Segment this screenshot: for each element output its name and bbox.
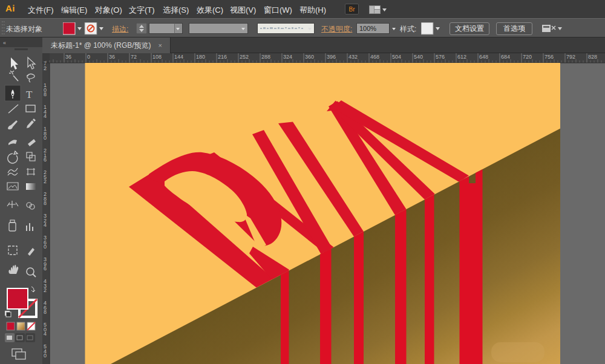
svg-text:72: 72 (44, 60, 47, 71)
svg-text:648: 648 (479, 54, 488, 60)
svg-text:828: 828 (588, 54, 597, 60)
svg-text:144: 144 (174, 54, 183, 60)
svg-text:108: 108 (44, 82, 47, 97)
svg-text:792: 792 (566, 54, 575, 60)
svg-text:108: 108 (152, 54, 162, 60)
svg-text:468: 468 (44, 300, 47, 315)
svg-text:468: 468 (370, 54, 379, 60)
svg-text:324: 324 (283, 54, 292, 60)
svg-text:72: 72 (131, 54, 137, 60)
svg-text:684: 684 (501, 54, 510, 60)
svg-text:T: T (26, 89, 33, 100)
svg-text:«: « (3, 40, 6, 46)
svg-text:252: 252 (44, 169, 47, 184)
svg-text:36: 36 (109, 54, 115, 60)
svg-text:288: 288 (44, 191, 47, 206)
svg-text:432: 432 (348, 54, 358, 60)
svg-text:36: 36 (65, 54, 71, 60)
svg-text:540: 540 (44, 343, 47, 359)
svg-text:576: 576 (436, 54, 445, 60)
svg-text:324: 324 (44, 213, 47, 228)
svg-text:396: 396 (44, 256, 47, 271)
svg-text:756: 756 (544, 54, 554, 60)
svg-text:540: 540 (414, 54, 423, 60)
svg-text:612: 612 (457, 54, 466, 60)
svg-text:180: 180 (196, 54, 205, 60)
svg-text:288: 288 (261, 54, 270, 60)
svg-text:0: 0 (87, 54, 90, 60)
svg-text:504: 504 (44, 322, 47, 337)
svg-text:252: 252 (240, 54, 249, 60)
svg-text:180: 180 (44, 126, 47, 141)
svg-text:216: 216 (218, 54, 227, 60)
svg-text:360: 360 (305, 54, 314, 60)
svg-text:216: 216 (44, 148, 47, 163)
svg-text:144: 144 (44, 104, 47, 119)
svg-text:432: 432 (44, 278, 47, 293)
svg-text:720: 720 (523, 54, 532, 60)
svg-text:396: 396 (327, 54, 336, 60)
svg-text:504: 504 (392, 54, 401, 60)
svg-text:360: 360 (44, 235, 47, 250)
